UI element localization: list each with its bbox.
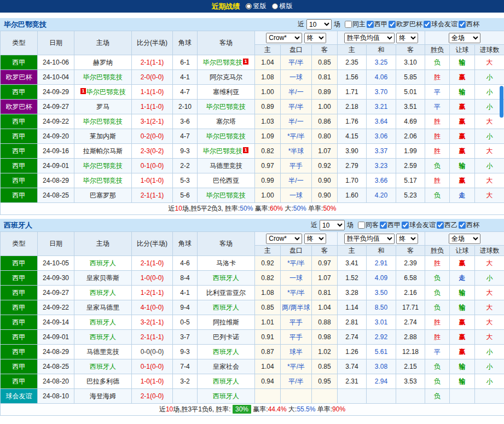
team-name[interactable]: 巴伦西亚 (213, 177, 239, 184)
team-name[interactable]: 皇家马德里 (86, 304, 119, 311)
team-name[interactable]: 西班牙人 (90, 363, 116, 370)
filter-checkbox[interactable] (459, 21, 466, 28)
odds-period-select[interactable]: 终 (304, 33, 326, 43)
team-name[interactable]: 毕尔巴鄂竞技 (206, 191, 246, 199)
filter-欧罗巴杯[interactable]: 欧罗巴杯 (389, 20, 422, 29)
team-name[interactable]: 西班牙人 (90, 289, 116, 297)
team-name[interactable]: 西班牙人 (213, 392, 239, 400)
vertical-radio[interactable] (246, 3, 252, 9)
team-name[interactable]: 罗马 (96, 103, 109, 111)
avg-home: 2.74 (338, 330, 367, 345)
team-name[interactable]: 西班牙人 (213, 274, 239, 282)
team-name[interactable]: 毕尔巴鄂竞技 (86, 88, 126, 96)
red-card-badge: 1 (243, 59, 248, 65)
filter-球会友谊[interactable]: 球会友谊 (402, 220, 436, 230)
result-handicap: 赢 (450, 129, 475, 144)
filter-西甲[interactable]: 西甲 (367, 20, 387, 29)
result-wdl: 负 (425, 359, 450, 374)
filter-西甲[interactable]: 西甲 (380, 220, 401, 230)
avg-draw: 3.21 (367, 100, 396, 114)
scrollbar-thumb[interactable] (500, 86, 503, 118)
team-name[interactable]: 海登海姆 (90, 392, 116, 400)
team-name[interactable]: 毕尔巴鄂竞技 (203, 147, 242, 155)
team-name[interactable]: 拉斯帕尔马斯 (83, 147, 123, 155)
filter-球会友谊[interactable]: 球会友谊 (424, 20, 457, 29)
layout-horizontal-option[interactable]: 横版 (272, 2, 293, 11)
avg-home: 2.31 (338, 374, 367, 389)
team-name[interactable]: 马德里竞技 (210, 162, 242, 170)
filter-checkbox[interactable] (437, 222, 444, 229)
corners: 2-10 (173, 100, 198, 114)
team-name[interactable]: 阿尔克马尔 (210, 73, 242, 81)
odds-home: 0.89 (255, 100, 281, 114)
team-name[interactable]: 西班牙人 (213, 304, 239, 311)
team-name[interactable]: 毕尔巴鄂竞技 (203, 59, 242, 66)
filter-checkbox[interactable] (367, 21, 374, 28)
controls-row: 类型 日期 主场 比分(半场) 角球 客场 Crow* 终 胜平负均值 终 全场 (1, 232, 504, 246)
filter-checkbox[interactable] (389, 21, 396, 28)
wdl-source-select[interactable]: 胜平负均值 (344, 234, 395, 244)
scope-controls: 全场 (425, 31, 504, 45)
team-name[interactable]: 毕尔巴鄂竞技 (83, 118, 123, 125)
team-name[interactable]: 毕尔巴鄂竞技 (206, 132, 246, 140)
filter-同客[interactable]: 同客 (358, 220, 379, 230)
team-name[interactable]: 马洛卡 (216, 259, 236, 267)
result-wdl: 胜 (425, 114, 450, 129)
near-count-select[interactable]: 10 (320, 220, 345, 230)
filter-西杯[interactable]: 西杯 (459, 220, 479, 230)
team-name[interactable]: 马德里竞技 (86, 348, 119, 356)
team-name[interactable]: 巴塞罗那 (90, 191, 116, 199)
filter-checkbox[interactable] (402, 222, 409, 229)
corners: 2-2 (173, 159, 198, 173)
team-name[interactable]: 毕尔巴鄂竞技 (206, 103, 246, 111)
team-name[interactable]: 西班牙人 (90, 259, 116, 267)
odds-away: 0.89 (312, 85, 338, 100)
team-name[interactable]: 毕尔巴鄂竞技 (83, 162, 123, 170)
team-name[interactable]: 皇家贝蒂斯 (86, 274, 119, 282)
team-name[interactable]: 巴列卡诺 (213, 333, 239, 341)
team-name[interactable]: 赫罗纳 (93, 59, 113, 66)
avg-home: 3.41 (338, 256, 367, 271)
team-name[interactable]: 毕尔巴鄂竞技 (83, 73, 123, 81)
home-cell: 罗马 (74, 100, 132, 114)
team-name[interactable]: 毕尔巴鄂竞技 (83, 177, 123, 184)
filter-checkbox[interactable] (358, 222, 365, 229)
filter-checkbox[interactable] (424, 21, 431, 28)
odds-source-select[interactable]: Crow* (266, 33, 302, 43)
team-name[interactable]: 西班牙人 (213, 377, 239, 385)
wdl-source-select[interactable]: 胜平负均值 (344, 33, 395, 43)
wdl-period-select[interactable]: 终 (396, 234, 418, 244)
team-name[interactable]: 塞维利亚 (213, 88, 239, 96)
team-name[interactable]: 阿拉维斯 (213, 318, 239, 326)
col-header-corners: 角球 (173, 232, 198, 256)
filter-checkbox[interactable] (380, 222, 387, 229)
scope-select[interactable]: 全场 (449, 33, 480, 43)
result-handicap: 赢 (450, 173, 475, 188)
layout-vertical-option[interactable]: 竖版 (246, 2, 267, 11)
handicap: 平/半 (281, 100, 312, 114)
team-name[interactable]: 比利亚雷亚尔 (206, 289, 246, 297)
near-count-select[interactable]: 10 (306, 19, 332, 30)
col-header-avg-away: 客 (396, 45, 425, 55)
team-name[interactable]: 莱加内斯 (90, 132, 116, 140)
odds-period-select[interactable]: 终 (304, 234, 326, 244)
odds-source-select[interactable]: Crow* (266, 234, 302, 244)
team-name[interactable]: 皇家社会 (213, 363, 239, 370)
wdl-period-select[interactable]: 终 (396, 33, 418, 43)
team-name[interactable]: 巴拉多利德 (86, 377, 119, 385)
home-cell: 海登海姆 (74, 389, 132, 404)
horizontal-radio[interactable] (272, 3, 278, 9)
filter-同主[interactable]: 同主 (345, 20, 366, 29)
filter-西乙[interactable]: 西乙 (437, 220, 457, 230)
match-row: 球会友谊24-08-10海登海姆2-1(0-0)西班牙人负 (1, 389, 504, 404)
result-wdl: 负 (425, 374, 450, 389)
team-name[interactable]: 西班牙人 (90, 333, 116, 341)
team-name[interactable]: 西班牙人 (90, 318, 116, 326)
filter-checkbox[interactable] (345, 21, 352, 28)
team-name[interactable]: 塞尔塔 (216, 118, 236, 125)
scope-select[interactable]: 全场 (449, 234, 480, 244)
filter-西杯[interactable]: 西杯 (459, 20, 479, 29)
league-tag: 西甲 (1, 359, 38, 374)
filter-checkbox[interactable] (459, 222, 466, 229)
team-name[interactable]: 西班牙人 (213, 348, 239, 356)
